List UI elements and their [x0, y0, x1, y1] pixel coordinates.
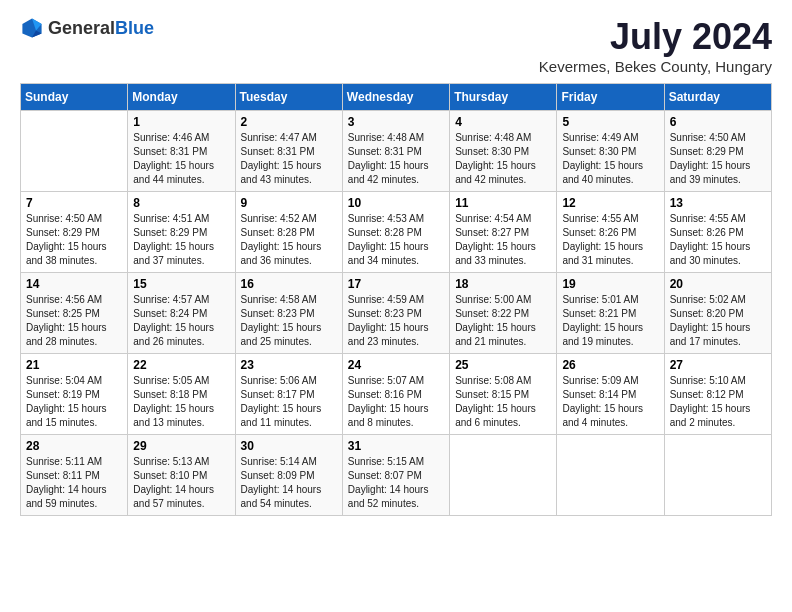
- day-number: 26: [562, 358, 658, 372]
- day-number: 29: [133, 439, 229, 453]
- day-number: 27: [670, 358, 766, 372]
- day-detail: Sunrise: 4:51 AMSunset: 8:29 PMDaylight:…: [133, 212, 229, 268]
- day-number: 11: [455, 196, 551, 210]
- calendar-cell: 13Sunrise: 4:55 AMSunset: 8:26 PMDayligh…: [664, 192, 771, 273]
- day-number: 22: [133, 358, 229, 372]
- day-number: 3: [348, 115, 444, 129]
- day-detail: Sunrise: 5:04 AMSunset: 8:19 PMDaylight:…: [26, 374, 122, 430]
- day-detail: Sunrise: 5:13 AMSunset: 8:10 PMDaylight:…: [133, 455, 229, 511]
- calendar-cell: 4Sunrise: 4:48 AMSunset: 8:30 PMDaylight…: [450, 111, 557, 192]
- calendar-cell: 6Sunrise: 4:50 AMSunset: 8:29 PMDaylight…: [664, 111, 771, 192]
- day-detail: Sunrise: 4:48 AMSunset: 8:31 PMDaylight:…: [348, 131, 444, 187]
- header-wednesday: Wednesday: [342, 84, 449, 111]
- logo-blue: Blue: [115, 18, 154, 38]
- day-number: 13: [670, 196, 766, 210]
- day-detail: Sunrise: 5:01 AMSunset: 8:21 PMDaylight:…: [562, 293, 658, 349]
- day-number: 10: [348, 196, 444, 210]
- calendar-cell: 24Sunrise: 5:07 AMSunset: 8:16 PMDayligh…: [342, 354, 449, 435]
- header-saturday: Saturday: [664, 84, 771, 111]
- day-detail: Sunrise: 4:47 AMSunset: 8:31 PMDaylight:…: [241, 131, 337, 187]
- day-number: 12: [562, 196, 658, 210]
- day-number: 19: [562, 277, 658, 291]
- calendar-cell: 19Sunrise: 5:01 AMSunset: 8:21 PMDayligh…: [557, 273, 664, 354]
- day-detail: Sunrise: 4:49 AMSunset: 8:30 PMDaylight:…: [562, 131, 658, 187]
- day-number: 24: [348, 358, 444, 372]
- logo-icon: [20, 16, 44, 40]
- day-detail: Sunrise: 5:11 AMSunset: 8:11 PMDaylight:…: [26, 455, 122, 511]
- day-detail: Sunrise: 4:56 AMSunset: 8:25 PMDaylight:…: [26, 293, 122, 349]
- calendar-cell: 23Sunrise: 5:06 AMSunset: 8:17 PMDayligh…: [235, 354, 342, 435]
- day-number: 25: [455, 358, 551, 372]
- header-thursday: Thursday: [450, 84, 557, 111]
- calendar-cell: 5Sunrise: 4:49 AMSunset: 8:30 PMDaylight…: [557, 111, 664, 192]
- calendar-cell: 14Sunrise: 4:56 AMSunset: 8:25 PMDayligh…: [21, 273, 128, 354]
- calendar-cell: 26Sunrise: 5:09 AMSunset: 8:14 PMDayligh…: [557, 354, 664, 435]
- calendar-cell: 25Sunrise: 5:08 AMSunset: 8:15 PMDayligh…: [450, 354, 557, 435]
- day-number: 16: [241, 277, 337, 291]
- calendar-cell: 10Sunrise: 4:53 AMSunset: 8:28 PMDayligh…: [342, 192, 449, 273]
- calendar-cell: 1Sunrise: 4:46 AMSunset: 8:31 PMDaylight…: [128, 111, 235, 192]
- day-detail: Sunrise: 4:59 AMSunset: 8:23 PMDaylight:…: [348, 293, 444, 349]
- calendar-table: SundayMondayTuesdayWednesdayThursdayFrid…: [20, 83, 772, 516]
- calendar-cell: 20Sunrise: 5:02 AMSunset: 8:20 PMDayligh…: [664, 273, 771, 354]
- calendar-cell: 9Sunrise: 4:52 AMSunset: 8:28 PMDaylight…: [235, 192, 342, 273]
- day-number: 20: [670, 277, 766, 291]
- logo-general: General: [48, 18, 115, 38]
- day-detail: Sunrise: 4:53 AMSunset: 8:28 PMDaylight:…: [348, 212, 444, 268]
- day-detail: Sunrise: 4:55 AMSunset: 8:26 PMDaylight:…: [562, 212, 658, 268]
- calendar-week-1: 1Sunrise: 4:46 AMSunset: 8:31 PMDaylight…: [21, 111, 772, 192]
- logo: GeneralBlue: [20, 16, 154, 40]
- day-number: 14: [26, 277, 122, 291]
- calendar-cell: 30Sunrise: 5:14 AMSunset: 8:09 PMDayligh…: [235, 435, 342, 516]
- calendar-cell: 22Sunrise: 5:05 AMSunset: 8:18 PMDayligh…: [128, 354, 235, 435]
- day-detail: Sunrise: 5:08 AMSunset: 8:15 PMDaylight:…: [455, 374, 551, 430]
- day-number: 31: [348, 439, 444, 453]
- day-number: 8: [133, 196, 229, 210]
- calendar-cell: [664, 435, 771, 516]
- calendar-week-5: 28Sunrise: 5:11 AMSunset: 8:11 PMDayligh…: [21, 435, 772, 516]
- day-detail: Sunrise: 4:57 AMSunset: 8:24 PMDaylight:…: [133, 293, 229, 349]
- day-detail: Sunrise: 4:55 AMSunset: 8:26 PMDaylight:…: [670, 212, 766, 268]
- day-number: 9: [241, 196, 337, 210]
- calendar-cell: 8Sunrise: 4:51 AMSunset: 8:29 PMDaylight…: [128, 192, 235, 273]
- day-detail: Sunrise: 4:50 AMSunset: 8:29 PMDaylight:…: [26, 212, 122, 268]
- day-detail: Sunrise: 4:46 AMSunset: 8:31 PMDaylight:…: [133, 131, 229, 187]
- day-number: 7: [26, 196, 122, 210]
- header-monday: Monday: [128, 84, 235, 111]
- calendar-cell: 12Sunrise: 4:55 AMSunset: 8:26 PMDayligh…: [557, 192, 664, 273]
- day-detail: Sunrise: 5:02 AMSunset: 8:20 PMDaylight:…: [670, 293, 766, 349]
- calendar-body: 1Sunrise: 4:46 AMSunset: 8:31 PMDaylight…: [21, 111, 772, 516]
- day-number: 30: [241, 439, 337, 453]
- calendar-cell: 11Sunrise: 4:54 AMSunset: 8:27 PMDayligh…: [450, 192, 557, 273]
- day-detail: Sunrise: 4:54 AMSunset: 8:27 PMDaylight:…: [455, 212, 551, 268]
- day-detail: Sunrise: 4:50 AMSunset: 8:29 PMDaylight:…: [670, 131, 766, 187]
- day-number: 17: [348, 277, 444, 291]
- calendar-cell: 17Sunrise: 4:59 AMSunset: 8:23 PMDayligh…: [342, 273, 449, 354]
- page-header: GeneralBlue July 2024 Kevermes, Bekes Co…: [20, 16, 772, 75]
- day-detail: Sunrise: 5:14 AMSunset: 8:09 PMDaylight:…: [241, 455, 337, 511]
- day-number: 2: [241, 115, 337, 129]
- day-number: 21: [26, 358, 122, 372]
- day-number: 6: [670, 115, 766, 129]
- day-detail: Sunrise: 5:07 AMSunset: 8:16 PMDaylight:…: [348, 374, 444, 430]
- day-detail: Sunrise: 5:15 AMSunset: 8:07 PMDaylight:…: [348, 455, 444, 511]
- calendar-cell: 18Sunrise: 5:00 AMSunset: 8:22 PMDayligh…: [450, 273, 557, 354]
- day-number: 5: [562, 115, 658, 129]
- day-number: 4: [455, 115, 551, 129]
- location-title: Kevermes, Bekes County, Hungary: [539, 58, 772, 75]
- header-friday: Friday: [557, 84, 664, 111]
- header-sunday: Sunday: [21, 84, 128, 111]
- calendar-cell: 29Sunrise: 5:13 AMSunset: 8:10 PMDayligh…: [128, 435, 235, 516]
- calendar-cell: 31Sunrise: 5:15 AMSunset: 8:07 PMDayligh…: [342, 435, 449, 516]
- day-detail: Sunrise: 5:00 AMSunset: 8:22 PMDaylight:…: [455, 293, 551, 349]
- day-detail: Sunrise: 5:06 AMSunset: 8:17 PMDaylight:…: [241, 374, 337, 430]
- title-block: July 2024 Kevermes, Bekes County, Hungar…: [539, 16, 772, 75]
- calendar-cell: 28Sunrise: 5:11 AMSunset: 8:11 PMDayligh…: [21, 435, 128, 516]
- calendar-cell: [450, 435, 557, 516]
- day-detail: Sunrise: 4:48 AMSunset: 8:30 PMDaylight:…: [455, 131, 551, 187]
- calendar-cell: 21Sunrise: 5:04 AMSunset: 8:19 PMDayligh…: [21, 354, 128, 435]
- calendar-cell: 16Sunrise: 4:58 AMSunset: 8:23 PMDayligh…: [235, 273, 342, 354]
- day-detail: Sunrise: 5:09 AMSunset: 8:14 PMDaylight:…: [562, 374, 658, 430]
- calendar-week-4: 21Sunrise: 5:04 AMSunset: 8:19 PMDayligh…: [21, 354, 772, 435]
- day-number: 1: [133, 115, 229, 129]
